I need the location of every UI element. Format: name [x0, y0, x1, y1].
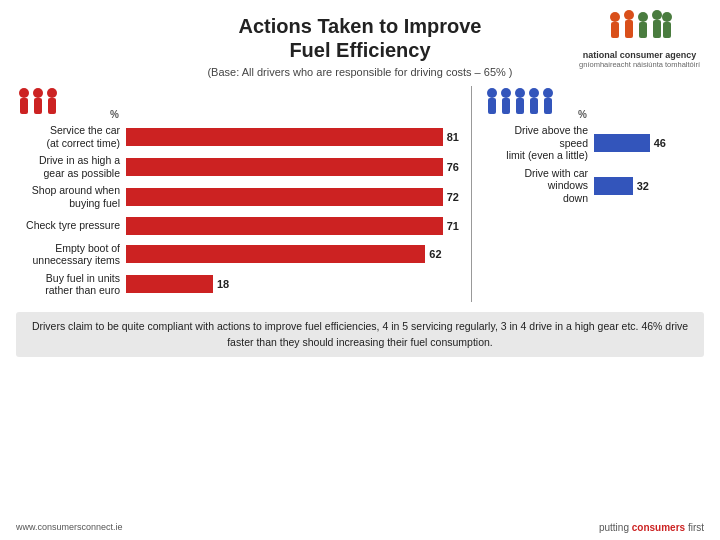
- svg-rect-25: [544, 98, 552, 114]
- right-icons-row: %: [484, 86, 704, 122]
- left-icons-row: %: [16, 86, 459, 122]
- svg-rect-1: [611, 22, 619, 38]
- bar-container-4: 71: [126, 217, 459, 235]
- bar-5: [126, 245, 425, 263]
- bar-1: [126, 128, 443, 146]
- logo-text-main: national consumer agency: [579, 50, 700, 60]
- left-col: % Service the car(at correct time) 81 Dr…: [16, 86, 459, 302]
- footer-box: Drivers claim to be quite compliant with…: [16, 312, 704, 358]
- table-row: Check tyre pressure 71: [16, 215, 459, 237]
- svg-rect-21: [516, 98, 524, 114]
- svg-point-4: [638, 12, 648, 22]
- row-label-6: Buy fuel in unitsrather than euro: [16, 272, 126, 297]
- bar-3: [126, 188, 443, 206]
- content-area: % Service the car(at correct time) 81 Dr…: [0, 84, 720, 306]
- table-row: Drive in as high agear as possible 76: [16, 154, 459, 179]
- main-title-line2: Fuel Efficiency: [238, 38, 481, 62]
- svg-point-10: [19, 88, 29, 98]
- right-bar-value-2: 32: [637, 180, 649, 192]
- bar-4: [126, 217, 443, 235]
- right-row-label-1: Drive above the speedlimit (even a littl…: [484, 124, 594, 162]
- bar-value-3: 72: [447, 191, 459, 203]
- logo-text-sub: gníomhaireacht náisiúnta tomhaltóirí: [579, 60, 700, 69]
- svg-point-14: [47, 88, 57, 98]
- bar-value-5: 62: [429, 248, 441, 260]
- svg-rect-17: [488, 98, 496, 114]
- bar-value-4: 71: [447, 220, 459, 232]
- right-bar-1: [594, 134, 650, 152]
- svg-rect-13: [34, 98, 42, 114]
- svg-rect-15: [48, 98, 56, 114]
- svg-point-22: [529, 88, 539, 98]
- table-row: Shop around whenbuying fuel 72: [16, 184, 459, 209]
- right-percent-label: %: [578, 109, 587, 120]
- logo-figures: [579, 10, 700, 48]
- row-label-2: Drive in as high agear as possible: [16, 154, 126, 179]
- table-row: Drive with car windowsdown 32: [484, 167, 704, 205]
- putting-consumers-first: putting consumers first: [599, 522, 704, 533]
- svg-point-2: [624, 10, 634, 20]
- right-col: % Drive above the speedlimit (even a lit…: [484, 86, 704, 302]
- svg-rect-5: [639, 22, 647, 38]
- row-label-4: Check tyre pressure: [16, 219, 126, 232]
- svg-rect-19: [502, 98, 510, 114]
- svg-rect-3: [625, 20, 633, 38]
- bar-container-1: 81: [126, 128, 459, 146]
- bar-container-3: 72: [126, 188, 459, 206]
- svg-point-24: [543, 88, 553, 98]
- right-bar-container-2: 32: [594, 177, 704, 195]
- main-title-line1: Actions Taken to Improve: [238, 14, 481, 38]
- logo-area: national consumer agency gníomhaireacht …: [579, 10, 700, 69]
- consumers-highlight: consumers: [632, 522, 685, 533]
- bar-container-2: 76: [126, 158, 459, 176]
- svg-point-12: [33, 88, 43, 98]
- bar-6: [126, 275, 213, 293]
- left-percent-label: %: [110, 109, 119, 120]
- bar-value-1: 81: [447, 131, 459, 143]
- table-row: Drive above the speedlimit (even a littl…: [484, 124, 704, 162]
- row-label-3: Shop around whenbuying fuel: [16, 184, 126, 209]
- table-row: Service the car(at correct time) 81: [16, 124, 459, 149]
- bar-container-5: 62: [126, 245, 459, 263]
- row-label-5: Empty boot ofunnecessary items: [16, 242, 126, 267]
- website-link: www.consumersconnect.ie: [16, 522, 123, 532]
- svg-rect-9: [663, 22, 671, 38]
- svg-point-18: [501, 88, 511, 98]
- right-people-svg: [484, 86, 574, 122]
- svg-rect-23: [530, 98, 538, 114]
- left-chart-section: Service the car(at correct time) 81 Driv…: [16, 124, 459, 302]
- bar-container-6: 18: [126, 275, 459, 293]
- bar-value-6: 18: [217, 278, 229, 290]
- header: Actions Taken to Improve Fuel Efficiency: [0, 0, 720, 66]
- table-row: Empty boot ofunnecessary items 62: [16, 242, 459, 267]
- svg-point-6: [652, 10, 662, 20]
- bottom-bar: www.consumersconnect.ie putting consumer…: [0, 514, 720, 540]
- logo-svg: [605, 10, 675, 48]
- right-bar-container-1: 46: [594, 134, 704, 152]
- right-bar-2: [594, 177, 633, 195]
- left-people-svg: [16, 86, 106, 122]
- right-chart-section: Drive above the speedlimit (even a littl…: [484, 124, 704, 210]
- title-block: Actions Taken to Improve Fuel Efficiency: [238, 14, 481, 62]
- svg-point-20: [515, 88, 525, 98]
- svg-rect-11: [20, 98, 28, 114]
- right-bar-value-1: 46: [654, 137, 666, 149]
- svg-rect-7: [653, 20, 661, 38]
- row-label-1: Service the car(at correct time): [16, 124, 126, 149]
- table-row: Buy fuel in unitsrather than euro 18: [16, 272, 459, 297]
- right-row-label-2: Drive with car windowsdown: [484, 167, 594, 205]
- svg-point-8: [662, 12, 672, 22]
- bar-2: [126, 158, 443, 176]
- page-wrapper: Actions Taken to Improve Fuel Efficiency: [0, 0, 720, 540]
- vertical-divider: [471, 86, 472, 302]
- bar-value-2: 76: [447, 161, 459, 173]
- svg-point-0: [610, 12, 620, 22]
- svg-point-16: [487, 88, 497, 98]
